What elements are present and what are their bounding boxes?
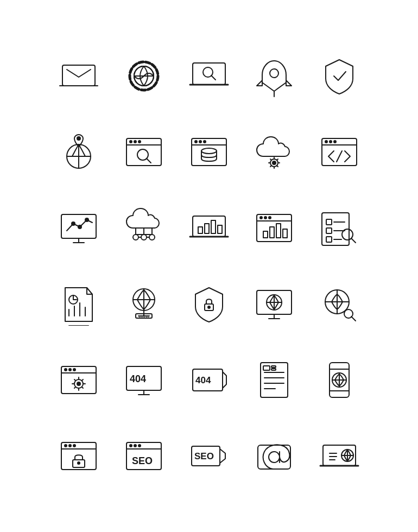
gear-globe-icon [111, 38, 176, 114]
svg-rect-143 [271, 366, 276, 368]
svg-line-10 [211, 75, 216, 80]
svg-point-59 [149, 235, 155, 240]
globe-location-icon [46, 114, 111, 190]
list-search-icon [307, 190, 372, 266]
svg-line-127 [74, 387, 75, 388]
svg-point-120 [77, 382, 80, 385]
browser-gear-icon [46, 342, 111, 418]
browser-lock-icon [46, 418, 111, 494]
rocket-icon [242, 38, 307, 114]
svg-rect-74 [263, 231, 268, 238]
svg-text:404: 404 [130, 373, 146, 384]
svg-line-125 [74, 379, 75, 381]
svg-rect-66 [205, 224, 209, 233]
browser-code-icon [307, 114, 372, 190]
svg-rect-67 [211, 220, 216, 233]
svg-point-155 [73, 445, 75, 447]
document-chart-icon [46, 266, 111, 342]
svg-rect-142 [263, 366, 270, 370]
svg-text:WWW: WWW [138, 315, 149, 319]
browser-database-icon [176, 114, 242, 190]
document-list-icon [242, 342, 307, 418]
monitor-404-icon: 404 [111, 342, 176, 418]
browser-chart-icon [242, 190, 307, 266]
laptop-globe-icon [307, 418, 372, 494]
cloud-gear-icon [242, 114, 307, 190]
tag-404-icon: 404 [176, 342, 242, 418]
browser-search-icon [111, 114, 176, 190]
shield-check-icon [307, 38, 372, 114]
svg-rect-68 [218, 225, 222, 233]
svg-point-116 [65, 369, 67, 371]
tag-seo-icon: SEO [176, 418, 242, 494]
svg-point-58 [141, 235, 147, 240]
svg-point-71 [260, 217, 262, 219]
monitor-globe-icon [242, 266, 307, 342]
svg-line-37 [270, 159, 271, 160]
phone-globe-icon [307, 342, 372, 418]
svg-point-160 [130, 445, 132, 447]
svg-point-118 [73, 369, 75, 371]
www-search-icon: WWW [111, 266, 176, 342]
svg-line-86 [351, 238, 356, 243]
svg-point-28 [199, 141, 201, 143]
svg-line-24 [147, 159, 151, 163]
svg-rect-75 [270, 227, 274, 238]
svg-point-12 [270, 69, 278, 78]
svg-line-38 [277, 166, 278, 167]
shield-lock-icon [176, 266, 242, 342]
svg-line-40 [277, 159, 278, 160]
svg-point-73 [269, 217, 271, 219]
svg-point-30 [201, 148, 217, 154]
svg-point-45 [334, 141, 336, 143]
svg-line-39 [270, 166, 271, 167]
svg-point-44 [330, 141, 332, 143]
svg-point-22 [138, 141, 141, 143]
svg-point-53 [85, 218, 88, 221]
svg-point-57 [133, 235, 138, 240]
cloud-network-icon [111, 190, 176, 266]
svg-rect-0 [62, 65, 95, 86]
svg-point-21 [134, 141, 136, 143]
svg-point-168 [269, 452, 280, 463]
svg-point-101 [208, 306, 210, 308]
laptop-email-icon [46, 38, 111, 114]
svg-point-20 [130, 141, 132, 143]
icon-grid: WWW [46, 38, 372, 494]
svg-point-162 [138, 445, 141, 447]
svg-point-52 [78, 225, 81, 229]
svg-point-29 [204, 141, 206, 143]
svg-point-153 [65, 445, 67, 447]
svg-rect-144 [271, 369, 276, 370]
svg-rect-79 [326, 219, 332, 225]
browser-seo-icon: SEO [111, 418, 176, 494]
svg-point-51 [72, 222, 75, 225]
svg-point-17 [77, 137, 80, 140]
svg-point-161 [134, 445, 136, 447]
laptop-search-icon [176, 38, 242, 114]
svg-text:SEO: SEO [194, 451, 214, 461]
svg-point-72 [264, 217, 267, 219]
svg-text:404: 404 [195, 375, 211, 385]
svg-point-117 [69, 369, 71, 371]
globe-search-icon [307, 266, 372, 342]
email-at-icon [242, 418, 307, 494]
svg-line-128 [82, 379, 83, 381]
svg-line-126 [82, 387, 83, 388]
svg-rect-7 [193, 63, 225, 85]
monitor-analytics-icon [46, 190, 111, 266]
laptop-chart-icon [176, 190, 242, 266]
svg-rect-81 [326, 237, 332, 242]
svg-rect-65 [198, 227, 202, 233]
svg-point-157 [78, 462, 80, 464]
svg-line-46 [337, 151, 342, 162]
svg-rect-76 [276, 224, 281, 238]
svg-rect-80 [326, 228, 332, 233]
svg-point-27 [195, 141, 197, 143]
svg-text:SEO: SEO [132, 455, 153, 466]
svg-line-113 [351, 316, 356, 321]
svg-rect-77 [283, 229, 287, 238]
svg-point-32 [273, 161, 276, 164]
svg-point-43 [325, 141, 327, 143]
svg-point-154 [69, 445, 71, 447]
